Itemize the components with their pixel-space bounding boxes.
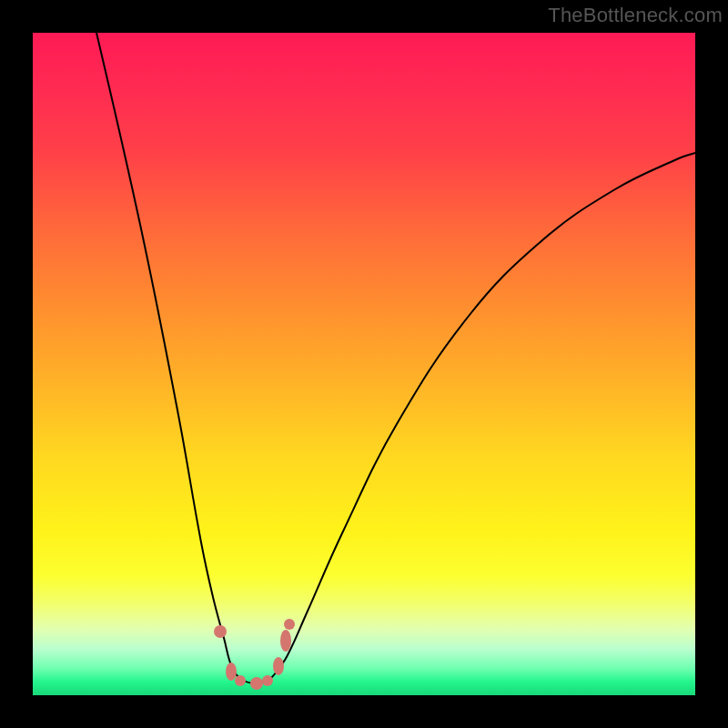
curve-marker [280, 630, 291, 652]
chart-plot-area [33, 33, 695, 695]
curve-marker [214, 625, 227, 638]
bottleneck-curve [96, 33, 695, 683]
curve-marker [235, 675, 246, 686]
curve-marker [226, 662, 237, 681]
curve-marker [250, 677, 263, 690]
curve-marker [284, 619, 295, 630]
watermark-text: TheBottleneck.com [548, 4, 723, 27]
curve-markers-group [214, 619, 295, 690]
curve-marker [273, 657, 284, 675]
chart-svg [33, 33, 695, 695]
curve-marker [262, 675, 273, 686]
